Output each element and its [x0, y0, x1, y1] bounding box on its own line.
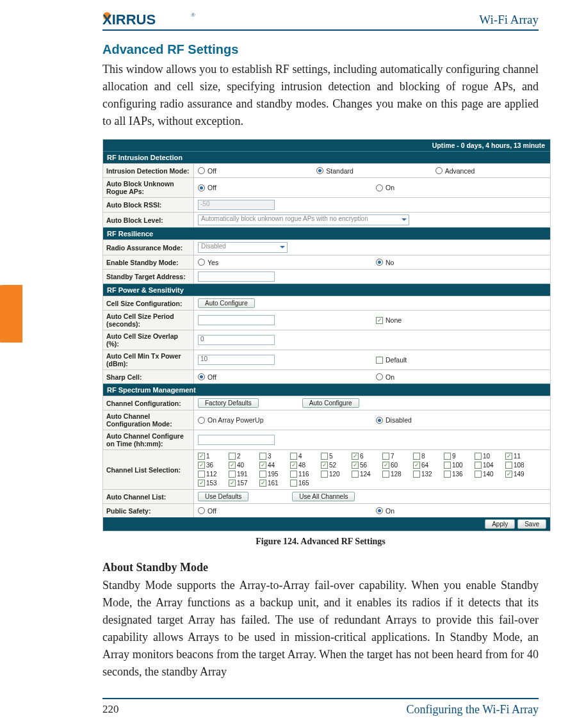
chk-channel-191[interactable] — [229, 471, 236, 478]
chk-channel-36[interactable] — [198, 462, 205, 469]
chk-channel-5[interactable] — [321, 453, 328, 460]
label-accm: Auto Channel Configuration Mode: — [103, 410, 194, 430]
label-acct: Auto Channel Configure on Time (hh:mm): — [103, 430, 194, 449]
group-spectrum: RF Spectrum Management — [103, 384, 550, 396]
chk-channel-165[interactable] — [290, 480, 297, 487]
section-title: Advanced RF Settings — [102, 42, 539, 57]
label-csc: Cell Size Configuration: — [103, 296, 194, 310]
chk-channel-161[interactable] — [259, 480, 266, 487]
chk-channel-195[interactable] — [259, 471, 266, 478]
label-abu: Auto Block Unknown Rogue APs: — [103, 178, 194, 197]
chk-acmt-default[interactable] — [376, 357, 383, 364]
channel-grid: 1234567891011364044485256606410010410811… — [194, 450, 550, 489]
chk-channel-40[interactable] — [229, 462, 236, 469]
radio-accm-disabled[interactable] — [376, 417, 383, 424]
figure-caption: Figure 124. Advanced RF Settings — [102, 537, 539, 547]
radio-abu-off[interactable] — [198, 184, 205, 191]
header-product: Wi-Fi Array — [479, 13, 539, 27]
label-abl: Auto Block Level: — [103, 213, 194, 227]
chk-channel-48[interactable] — [290, 462, 297, 469]
btn-save[interactable]: Save — [517, 519, 546, 529]
radio-esm-yes[interactable] — [198, 259, 205, 266]
btn-acl-all[interactable]: Use All Channels — [292, 492, 355, 501]
chk-channel-9[interactable] — [444, 453, 451, 460]
group-power: RF Power & Sensitivity — [103, 284, 550, 296]
label-sharp: Sharp Cell: — [103, 370, 194, 384]
label-cls: Channel List Selection: — [103, 450, 194, 489]
chk-channel-128[interactable] — [382, 471, 389, 478]
label-ccfg: Channel Configuration: — [103, 396, 194, 410]
subsection-title: About Standby Mode — [102, 561, 539, 574]
footer-section: Configuring the Wi-Fi Array — [407, 703, 539, 716]
btn-csc-auto[interactable]: Auto Configure — [198, 298, 255, 308]
chk-channel-149[interactable] — [505, 471, 512, 478]
group-intrusion: RF Intrusion Detection — [103, 151, 550, 163]
label-acmt: Auto Cell Min Tx Power (dBm): — [103, 350, 194, 369]
chk-channel-11[interactable] — [505, 453, 512, 460]
input-sta[interactable] — [198, 271, 275, 282]
label-ram: Radio Assurance Mode: — [103, 240, 194, 255]
label-sta: Standby Target Address: — [103, 270, 194, 284]
svg-text:®: ® — [191, 12, 195, 18]
chk-channel-56[interactable] — [352, 462, 359, 469]
chk-channel-136[interactable] — [444, 471, 451, 478]
btn-apply[interactable]: Apply — [485, 519, 515, 529]
side-tab-marker — [0, 285, 22, 343]
chk-channel-3[interactable] — [259, 453, 266, 460]
radio-ps-on[interactable] — [376, 507, 383, 514]
chk-channel-116[interactable] — [290, 471, 297, 478]
uptime-bar: Uptime - 0 days, 4 hours, 13 minute — [103, 140, 550, 151]
label-esm: Enable Standby Mode: — [103, 255, 194, 269]
chk-channel-8[interactable] — [413, 453, 420, 460]
radio-idm-off[interactable] — [198, 167, 205, 174]
chk-channel-1[interactable] — [198, 453, 205, 460]
chk-channel-108[interactable] — [505, 462, 512, 469]
btn-acl-defaults[interactable]: Use Defaults — [198, 492, 248, 501]
rf-settings-screenshot: Uptime - 0 days, 4 hours, 13 minute RF I… — [102, 139, 551, 531]
label-acl: Auto Channel List: — [103, 490, 194, 503]
figure-124: Uptime - 0 days, 4 hours, 13 minute RF I… — [102, 139, 539, 547]
chk-channel-4[interactable] — [290, 453, 297, 460]
chk-channel-112[interactable] — [198, 471, 205, 478]
chk-channel-52[interactable] — [321, 462, 328, 469]
chk-channel-132[interactable] — [413, 471, 420, 478]
svg-text:XIRRUS: XIRRUS — [102, 12, 156, 27]
radio-idm-standard[interactable] — [316, 167, 323, 174]
chk-acsp-none[interactable] — [376, 317, 383, 324]
chk-channel-44[interactable] — [259, 462, 266, 469]
xirrus-logo: XIRRUS ® — [102, 12, 200, 27]
radio-abu-on[interactable] — [376, 184, 383, 191]
radio-sharp-off[interactable] — [198, 373, 205, 380]
chk-channel-120[interactable] — [321, 471, 328, 478]
chk-channel-60[interactable] — [382, 462, 389, 469]
btn-ccfg-auto[interactable]: Auto Configure — [302, 398, 359, 408]
radio-idm-advanced[interactable] — [435, 167, 443, 174]
label-acsp: Auto Cell Size Period (seconds): — [103, 311, 194, 330]
chk-channel-140[interactable] — [475, 471, 482, 478]
intro-paragraph: This window allows you to establish RF s… — [102, 61, 539, 130]
input-abr[interactable]: -50 — [198, 200, 275, 210]
chk-channel-6[interactable] — [352, 453, 359, 460]
radio-sharp-on[interactable] — [376, 373, 383, 380]
chk-channel-10[interactable] — [475, 453, 482, 460]
select-abl[interactable]: Automatically block unknown rogue APs wi… — [198, 214, 409, 225]
input-acct[interactable] — [198, 435, 275, 445]
input-acsp[interactable] — [198, 315, 275, 325]
radio-esm-no[interactable] — [376, 259, 383, 266]
radio-accm-powerup[interactable] — [198, 417, 205, 424]
chk-channel-124[interactable] — [352, 471, 359, 478]
btn-ccfg-factory[interactable]: Factory Defaults — [198, 398, 259, 408]
chk-channel-157[interactable] — [229, 480, 236, 487]
input-acso[interactable]: 0 — [198, 335, 275, 345]
label-acso: Auto Cell Size Overlap (%): — [103, 330, 194, 350]
chk-channel-7[interactable] — [382, 453, 389, 460]
chk-channel-64[interactable] — [413, 462, 420, 469]
chk-channel-153[interactable] — [198, 480, 205, 487]
chk-channel-2[interactable] — [229, 453, 236, 460]
chk-channel-100[interactable] — [444, 462, 451, 469]
select-ram[interactable]: Disabled — [198, 242, 288, 253]
radio-ps-off[interactable] — [198, 507, 205, 514]
chk-channel-104[interactable] — [475, 462, 482, 469]
input-acmt[interactable]: 10 — [198, 355, 275, 365]
group-resilience: RF Resilience — [103, 227, 550, 239]
